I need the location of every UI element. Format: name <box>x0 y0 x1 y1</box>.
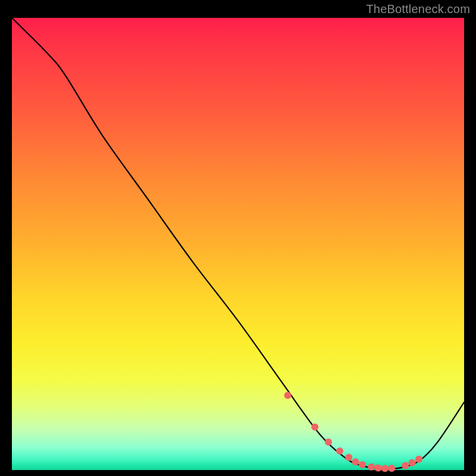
marker-dot <box>381 465 389 472</box>
marker-dot <box>375 465 382 472</box>
watermark-text: TheBottleneck.com <box>366 2 470 16</box>
gradient-plot-area <box>12 18 464 470</box>
marker-dot <box>388 465 395 472</box>
marker-dot <box>311 424 318 431</box>
bottleneck-curve <box>12 18 464 469</box>
marker-dot <box>359 461 366 468</box>
marker-dot <box>345 454 352 461</box>
chart-container: TheBottleneck.com <box>0 0 476 476</box>
marker-dot <box>284 392 292 399</box>
marker-dot <box>325 439 332 446</box>
marker-group <box>284 392 422 472</box>
marker-dot <box>368 464 375 471</box>
curve-overlay <box>12 18 464 470</box>
marker-dot <box>415 456 422 463</box>
marker-dot <box>402 462 409 469</box>
marker-dot <box>409 459 416 466</box>
marker-dot <box>336 447 343 455</box>
marker-dot <box>352 458 359 465</box>
